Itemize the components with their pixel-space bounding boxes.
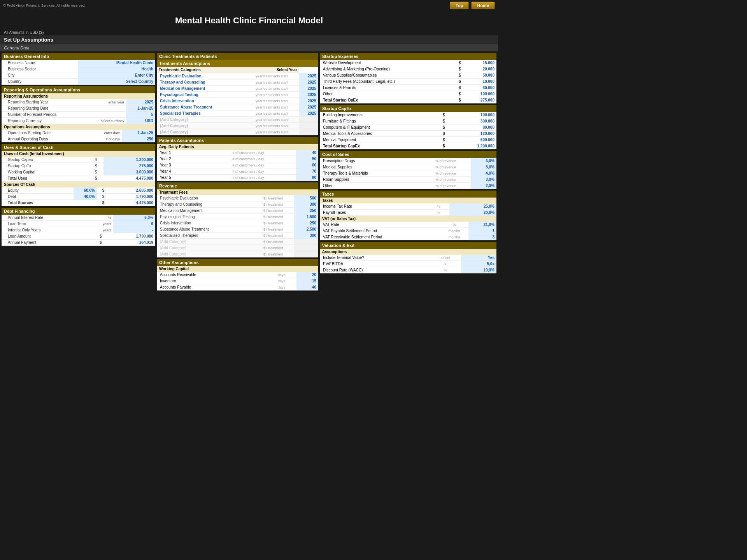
working-capital-label: Working Capital — [2, 169, 89, 175]
patient-row: Year 1 # of customers / day 40 — [157, 150, 318, 156]
capex-value: 80.000 — [451, 124, 496, 131]
debt-value: 1.790.000 — [110, 194, 155, 200]
top-button[interactable]: Top — [450, 2, 469, 9]
val-value[interactable]: 5,0x — [461, 261, 496, 267]
forecast-periods-value[interactable]: 5 — [126, 112, 155, 118]
treatment-year[interactable]: 2025 — [299, 92, 318, 98]
vat-value[interactable]: 21,0% — [468, 222, 496, 228]
treatment-name[interactable]: Therapy and Counseling — [157, 79, 244, 86]
patient-value[interactable]: 40 — [296, 150, 318, 156]
patient-unit: # of customers / day — [200, 150, 296, 156]
treatment-name[interactable]: Crisis Intervention — [157, 98, 244, 104]
treatment-name[interactable]: Psycological Testing — [157, 92, 244, 98]
fee-name: Substance Abuse Treatment — [157, 226, 253, 233]
wc-value[interactable]: 20 — [296, 272, 318, 278]
capex-value: 600.000 — [451, 137, 496, 143]
treatment-year — [299, 123, 318, 129]
treatment-year[interactable]: 2025 — [299, 79, 318, 86]
cos-value[interactable]: 3,0% — [471, 177, 496, 183]
home-button[interactable]: Home — [471, 2, 495, 9]
fee-value[interactable]: 300 — [294, 201, 318, 208]
patient-value[interactable]: 60 — [296, 162, 318, 168]
fee-unit: $ / treatment — [253, 245, 294, 251]
fee-value[interactable]: 1.500 — [294, 214, 318, 220]
reporting-year-value[interactable]: 2025 — [126, 99, 155, 105]
business-name-value[interactable]: Mental Health Clinic — [78, 60, 155, 66]
fee-name: Crisis Intervention — [157, 220, 253, 226]
val-unit: select — [430, 255, 461, 261]
valuation-header: Valuation & Exit — [320, 242, 496, 249]
total-sources-label: Total Sources — [2, 200, 74, 206]
startup-opex-value[interactable]: 275.000 — [103, 163, 155, 169]
capex-dollar: $ — [437, 112, 451, 118]
vat-unit: months — [440, 228, 469, 234]
taxes-sub-header: Taxes — [320, 198, 496, 203]
annual-days-value[interactable]: 250 — [122, 136, 155, 142]
treatment-name[interactable]: Psychiatric Evaluation — [157, 73, 244, 79]
treatment-desc: year treatments start — [244, 73, 299, 79]
fee-name: Specialized Therapies — [157, 233, 253, 239]
other-header: Other Assumptions — [157, 259, 318, 266]
middle-column: Clinic Treatments & Patients Treatments … — [157, 53, 318, 292]
reporting-date-value[interactable]: 1-Jan-25 — [126, 105, 155, 112]
fee-value[interactable]: 250 — [294, 220, 318, 226]
fee-value[interactable]: 2.500 — [294, 226, 318, 233]
tax-value[interactable]: 25,0% — [449, 203, 496, 210]
cos-value[interactable]: 8,0% — [471, 164, 496, 170]
patient-value[interactable]: 70 — [296, 168, 318, 175]
treatments-header: Treatments Assumtpions — [157, 60, 318, 67]
treatment-name[interactable]: Medication Management — [157, 86, 244, 92]
treatments-col2: Select Year — [244, 67, 299, 73]
val-value[interactable]: 10,0% — [461, 267, 496, 273]
fee-value[interactable]: 500 — [294, 195, 318, 201]
city-value[interactable]: Enter City — [78, 72, 155, 79]
currency-value[interactable]: USD — [126, 118, 155, 124]
wc-label: Accounts Receivable — [157, 272, 267, 278]
patient-value[interactable]: 50 — [296, 156, 318, 162]
startup-capex-value[interactable]: 1.200.000 — [103, 157, 155, 163]
fee-unit: $ / treatment — [253, 220, 294, 226]
interest-only-value[interactable]: - — [113, 227, 155, 233]
loan-term-value[interactable]: 6 — [113, 221, 155, 227]
patient-year-label: Year 5 — [157, 175, 200, 181]
treatment-year[interactable]: 2025 — [299, 86, 318, 92]
fee-row: Crisis Intervention $ / treatment 250 — [157, 220, 318, 226]
tax-unit: % — [428, 210, 450, 216]
reporting-year-label: Reporting Starting Year — [2, 99, 86, 105]
equity-pct[interactable]: 60,0% — [74, 187, 97, 194]
fee-value[interactable]: 300 — [294, 233, 318, 239]
treatment-name[interactable]: Substance Abuse Treatment — [157, 104, 244, 110]
treatment-desc: year treatments start — [244, 86, 299, 92]
vat-value[interactable]: 1 — [468, 228, 496, 234]
annual-days-label: Annual Operating Days — [2, 136, 88, 142]
wc-value[interactable]: 40 — [296, 284, 318, 290]
treatment-year[interactable]: 2025 — [299, 104, 318, 110]
treatment-year[interactable]: 2025 — [299, 110, 318, 117]
working-capital-value[interactable]: 3.000.000 — [103, 169, 155, 175]
business-sector-value[interactable]: Health — [78, 66, 155, 72]
interest-rate-value[interactable]: 6,0% — [113, 215, 155, 221]
debt-pct[interactable]: 40,0% — [74, 194, 97, 200]
wc-value[interactable]: 15 — [296, 278, 318, 284]
equity-row: Equity 60,0% $ 2.685.000 — [2, 187, 155, 194]
copyright-text: © Profit Vision Financial Services. All … — [3, 4, 447, 7]
cos-value[interactable]: 4,0% — [471, 170, 496, 177]
cos-value[interactable]: 6,0% — [471, 158, 496, 164]
fee-name: Therapy and Counseling — [157, 201, 253, 208]
ops-date-value[interactable]: 1-Jan-25 — [122, 130, 155, 136]
treatment-year[interactable]: 2025 — [299, 73, 318, 79]
cos-unit: % of revenue — [421, 177, 471, 183]
vat-value[interactable]: 3 — [468, 234, 496, 240]
cos-value[interactable]: 2,0% — [471, 183, 496, 189]
val-value[interactable]: Yes — [461, 255, 496, 261]
treatment-name[interactable]: Specialized Therapies — [157, 110, 244, 117]
expense-dollar: $ — [454, 79, 465, 85]
treatment-desc: year treatments start — [244, 79, 299, 86]
tax-value[interactable]: 20,0% — [449, 210, 496, 216]
treatment-year[interactable]: 2025 — [299, 98, 318, 104]
fee-value[interactable]: 250 — [294, 208, 318, 214]
patient-value[interactable]: 80 — [296, 175, 318, 181]
country-value[interactable]: Select Country — [78, 79, 155, 85]
revenue-header: Revenue — [157, 182, 318, 189]
right-column: Startup Expenses Website Development $ 1… — [320, 53, 496, 292]
